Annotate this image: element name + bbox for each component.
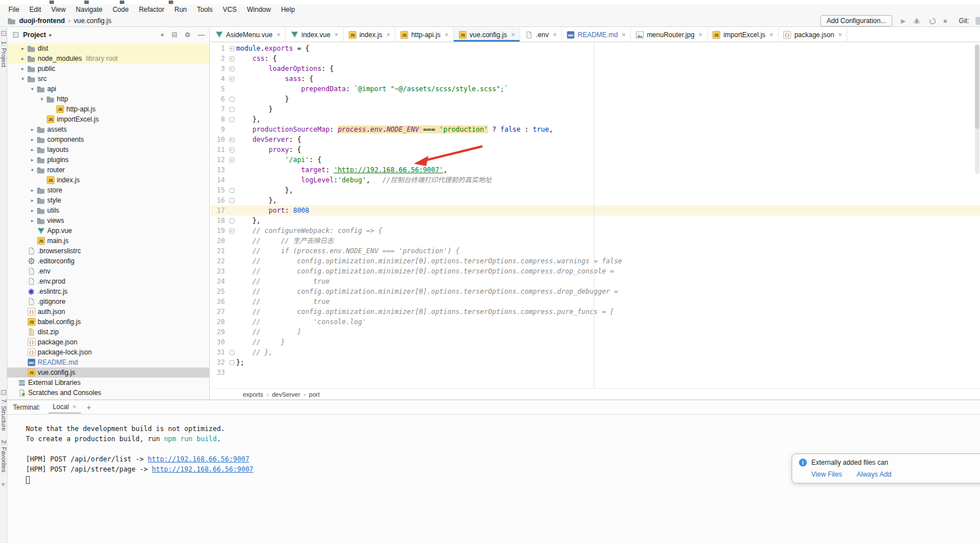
stop-button[interactable]: ■ (943, 15, 947, 26)
tree-item-public[interactable]: ▸public (7, 64, 209, 74)
tree-item-external-libraries[interactable]: External Libraries (7, 378, 209, 388)
close-icon[interactable]: ✕ (769, 32, 774, 38)
editor-tab-readme-md[interactable]: MDREADME.md✕ (562, 28, 631, 42)
chevron-right-icon[interactable]: ▸ (29, 127, 36, 132)
tree-item-app-vue[interactable]: App.vue (7, 226, 209, 236)
editor-scrollbar[interactable] (975, 44, 979, 174)
line-number[interactable]: 6 (210, 94, 227, 104)
menu-item-help[interactable]: Help (276, 5, 300, 15)
fold-marker-icon[interactable]: − (227, 155, 236, 165)
chevron-down-icon[interactable]: ▾ (29, 167, 36, 173)
tree-item-package-json[interactable]: {}package.json (7, 337, 209, 347)
chevron-right-icon[interactable]: ▸ (29, 157, 36, 163)
editor-tab-menurouter-jpg[interactable]: menuRouter.jpg✕ (631, 28, 707, 42)
menu-item-file[interactable]: File (3, 5, 24, 15)
fold-marker-icon[interactable]: − (227, 74, 236, 84)
editor-tab-vue-config-js[interactable]: JSvue.config.js✕ (454, 28, 520, 42)
line-number[interactable]: 4 (210, 74, 227, 84)
tree-item-assets[interactable]: ▸assets (7, 124, 209, 134)
favorites-star-icon[interactable]: ★ (1, 481, 6, 487)
tree-item-package-lock-json[interactable]: {}package-lock.json (7, 347, 209, 357)
chevron-right-icon[interactable]: ▸ (29, 198, 36, 203)
tree-item-views[interactable]: ▸views (7, 216, 209, 226)
tool-window-button-structure[interactable]: 7: Structure (0, 399, 7, 431)
run-button[interactable]: ▶ (901, 15, 905, 26)
chevron-right-icon[interactable]: ▸ (29, 147, 36, 152)
line-number[interactable]: 23 (210, 266, 227, 276)
menu-item-navigate[interactable]: Navigate (71, 5, 107, 15)
line-number[interactable]: 7 (210, 104, 227, 114)
fold-marker-icon[interactable] (227, 185, 236, 195)
chevron-down-icon[interactable]: ▾ (19, 76, 26, 82)
tool-window-button-project[interactable]: 1: Project (0, 41, 7, 67)
chevron-down-icon[interactable]: ▾ (38, 96, 46, 102)
fold-marker-icon[interactable]: − (227, 145, 236, 155)
menu-item-refactor[interactable]: Refactor (134, 5, 169, 15)
line-number[interactable]: 32 (210, 357, 227, 367)
breadcrumb-port[interactable]: port (309, 391, 320, 398)
line-number[interactable]: 20 (210, 236, 227, 246)
fold-marker-icon[interactable] (227, 114, 236, 124)
fold-marker-icon[interactable] (227, 357, 236, 367)
menu-item-run[interactable]: Run (169, 5, 192, 15)
close-icon[interactable]: ✕ (838, 32, 843, 38)
tree-item-api[interactable]: ▾api (7, 84, 209, 94)
line-number[interactable]: 13 (210, 165, 227, 175)
chevron-right-icon[interactable]: ▸ (19, 46, 26, 51)
line-number[interactable]: 5 (210, 84, 227, 94)
line-number[interactable]: 15 (210, 185, 227, 195)
menu-item-view[interactable]: View (46, 5, 71, 15)
fold-marker-icon[interactable] (227, 216, 236, 226)
line-number[interactable]: 24 (210, 276, 227, 286)
close-icon[interactable]: ✕ (277, 32, 281, 38)
debug-button[interactable] (912, 17, 922, 25)
locate-file-icon[interactable]: ⌖ (160, 31, 164, 39)
gear-icon[interactable]: ⚙ (184, 31, 191, 39)
menu-item-tools[interactable]: Tools (192, 5, 218, 15)
git-widget[interactable]: Git: (959, 17, 969, 25)
tree-item-http-api-js[interactable]: JShttp-api.js (7, 104, 209, 114)
vcs-update-icon[interactable] (976, 17, 980, 25)
line-number[interactable]: 17 (210, 205, 227, 216)
tree-item-utils[interactable]: ▸utils (7, 205, 209, 216)
code-editor[interactable]: 1−module.exports = {2− css: {3− loaderOp… (210, 42, 980, 388)
line-number[interactable]: 21 (210, 246, 227, 256)
line-number[interactable]: 33 (210, 367, 227, 378)
line-number[interactable]: 8 (210, 114, 227, 124)
line-number[interactable]: 11 (210, 145, 227, 155)
tree-item-components[interactable]: ▸components (7, 134, 209, 145)
line-number[interactable]: 22 (210, 256, 227, 266)
line-number[interactable]: 1 (210, 43, 227, 53)
editor-tab-asidemenu-vue[interactable]: AsideMenu.vue✕ (210, 28, 286, 42)
chevron-right-icon[interactable]: ▸ (19, 56, 26, 61)
tree-item-env[interactable]: .env (7, 266, 209, 276)
line-number[interactable]: 30 (210, 337, 227, 347)
tree-item-env-prod[interactable]: .env.prod (7, 276, 209, 286)
tree-item-importexcel-js[interactable]: JSimportExcel.js (7, 114, 209, 124)
breadcrumb-devserver[interactable]: devServer (272, 391, 300, 398)
fold-marker-icon[interactable]: − (227, 64, 236, 74)
chevron-down-icon[interactable]: ▾ (29, 86, 36, 92)
tree-item-http[interactable]: ▾http (7, 94, 209, 104)
fold-marker-icon[interactable]: − (227, 134, 236, 145)
line-number[interactable]: 14 (210, 175, 227, 185)
tree-item-vue-config-js[interactable]: JSvue.config.js (7, 367, 209, 378)
line-number[interactable]: 16 (210, 195, 227, 205)
fold-marker-icon[interactable] (227, 195, 236, 205)
close-icon[interactable]: ✕ (511, 32, 516, 38)
notification-action-view-files[interactable]: View Files (811, 470, 842, 478)
line-number[interactable]: 28 (210, 317, 227, 327)
add-configuration-button[interactable]: Add Configuration... (820, 15, 892, 26)
close-icon[interactable]: ✕ (698, 32, 703, 38)
tree-item-browserslistrc[interactable]: .browserslistrc (7, 246, 209, 256)
terminal-url-link[interactable]: http://192.168.66.56:9007 (148, 455, 250, 463)
editor-tab-http-api-js[interactable]: JShttp-api.js✕ (395, 28, 454, 42)
tree-item-router[interactable]: ▾router (7, 165, 209, 175)
tree-item-gitignore[interactable]: .gitignore (7, 297, 209, 307)
tree-item-layouts[interactable]: ▸layouts (7, 145, 209, 155)
tree-item-plugins[interactable]: ▸plugins (7, 155, 209, 165)
editor-tab-index-vue[interactable]: index.vue✕ (286, 28, 344, 42)
project-tool-icon[interactable] (1, 31, 6, 36)
tree-item-dist-zip[interactable]: dist.zip (7, 327, 209, 337)
tree-item-src[interactable]: ▾src (7, 74, 209, 84)
